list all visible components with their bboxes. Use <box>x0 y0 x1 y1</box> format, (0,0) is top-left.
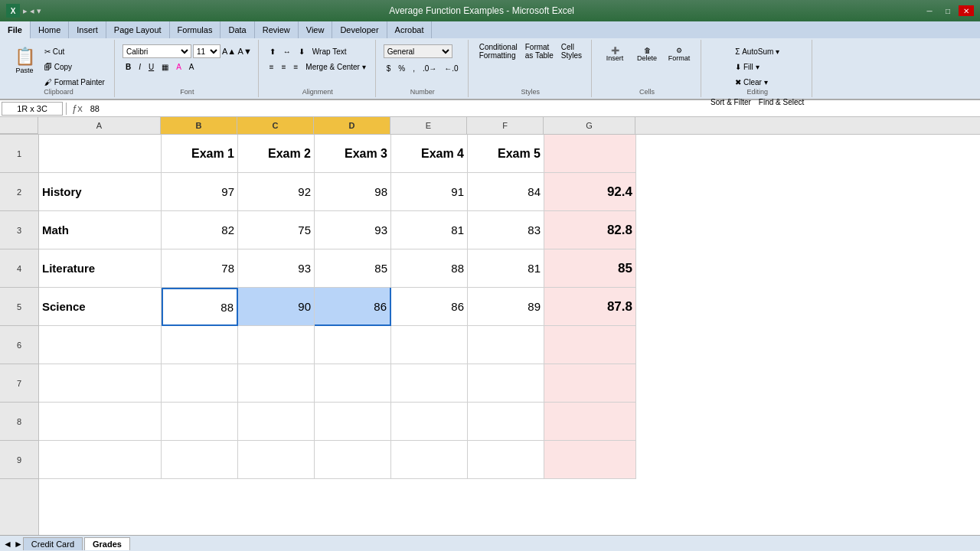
cell-g9[interactable] <box>544 441 636 479</box>
cell-e4[interactable]: 88 <box>391 249 468 288</box>
fill-color-button[interactable]: A <box>173 60 185 73</box>
cell-b7[interactable] <box>162 364 238 403</box>
cell-c9[interactable] <box>238 441 315 479</box>
tab-view[interactable]: View <box>299 21 333 38</box>
comma-button[interactable]: , <box>410 61 418 75</box>
cell-g4[interactable]: 85 <box>544 249 636 288</box>
decrease-decimal-button[interactable]: ←.0 <box>441 61 461 75</box>
cell-a9[interactable] <box>39 441 162 479</box>
format-painter-button[interactable]: 🖌 Format Painter <box>41 75 108 89</box>
cell-b4[interactable]: 78 <box>162 249 238 288</box>
cell-d9[interactable] <box>315 441 391 479</box>
tab-acrobat[interactable]: Acrobat <box>387 21 433 38</box>
insert-button[interactable]: ➕Insert <box>599 44 630 84</box>
fill-button[interactable]: ⬇ Fill ▾ <box>732 60 762 73</box>
cell-a6[interactable] <box>39 326 162 364</box>
cell-b5[interactable]: 88 <box>162 288 238 326</box>
increase-decimal-button[interactable]: .0→ <box>420 61 439 75</box>
font-size-select[interactable]: 11 <box>193 44 220 58</box>
currency-button[interactable]: $ <box>384 61 394 75</box>
col-header-c[interactable]: C <box>237 117 314 134</box>
cell-e7[interactable] <box>391 364 468 403</box>
align-center-button[interactable]: ≡ <box>279 60 289 73</box>
conditional-formatting-button[interactable]: ConditionalFormatting <box>476 44 521 58</box>
tab-home[interactable]: Home <box>31 21 69 38</box>
cell-f6[interactable] <box>468 326 544 364</box>
sheet-nav-right[interactable]: ► <box>14 539 23 549</box>
sheet-tab-credit-card[interactable]: Credit Card <box>23 537 83 550</box>
cell-b3[interactable]: 82 <box>162 211 238 249</box>
cell-f7[interactable] <box>468 364 544 403</box>
minimize-button[interactable]: ─ <box>922 5 937 16</box>
cell-f9[interactable] <box>468 441 544 479</box>
cell-c1[interactable]: Exam 2 <box>238 135 315 173</box>
cell-g3[interactable]: 82.8 <box>544 211 636 249</box>
underline-button[interactable]: U <box>145 60 157 73</box>
cell-c5[interactable]: 90 <box>238 288 315 326</box>
cell-d1[interactable]: Exam 3 <box>315 135 391 173</box>
format-as-table-button[interactable]: Formatas Table <box>522 44 557 58</box>
cell-e1[interactable]: Exam 4 <box>391 135 468 173</box>
cell-a5[interactable]: Science <box>39 288 162 326</box>
tab-review[interactable]: Review <box>255 21 299 38</box>
percent-button[interactable]: % <box>395 61 408 75</box>
cell-c7[interactable] <box>238 364 315 403</box>
cell-g7[interactable] <box>544 364 636 403</box>
maximize-button[interactable]: □ <box>940 5 956 16</box>
cell-f4[interactable]: 81 <box>468 249 544 288</box>
cell-g8[interactable] <box>544 403 636 441</box>
cell-g2[interactable]: 92.4 <box>544 173 636 211</box>
cell-f3[interactable]: 83 <box>468 211 544 249</box>
cell-e6[interactable] <box>391 326 468 364</box>
tab-insert[interactable]: Insert <box>69 21 106 38</box>
col-header-f[interactable]: F <box>467 117 544 134</box>
cell-g1[interactable] <box>544 135 636 173</box>
col-header-d[interactable]: D <box>314 117 390 134</box>
wrap-text-button[interactable]: Wrap Text <box>309 44 350 58</box>
cell-a2[interactable]: History <box>39 173 162 211</box>
cell-e2[interactable]: 91 <box>391 173 468 211</box>
cut-button[interactable]: ✂ Cut <box>41 44 108 58</box>
font-color-button[interactable]: A <box>186 60 198 73</box>
cell-d7[interactable] <box>315 364 391 403</box>
align-bottom-button[interactable]: ⬇ <box>296 44 308 58</box>
name-box[interactable] <box>2 102 63 116</box>
autosum-button[interactable]: Σ AutoSum ▾ <box>732 44 782 58</box>
cell-e3[interactable]: 81 <box>391 211 468 249</box>
cell-d2[interactable]: 98 <box>315 173 391 211</box>
align-middle-button[interactable]: ↔ <box>280 44 294 58</box>
cell-c4[interactable]: 93 <box>238 249 315 288</box>
align-right-button[interactable]: ≡ <box>291 60 302 73</box>
clear-button[interactable]: ✖ Clear ▾ <box>732 75 770 89</box>
cell-a3[interactable]: Math <box>39 211 162 249</box>
font-family-select[interactable]: Calibri <box>122 44 191 58</box>
cell-f5[interactable]: 89 <box>468 288 544 326</box>
cell-e9[interactable] <box>391 441 468 479</box>
tab-formulas[interactable]: Formulas <box>170 21 221 38</box>
cell-e5[interactable]: 86 <box>391 288 468 326</box>
cell-b1[interactable]: Exam 1 <box>162 135 238 173</box>
cell-b8[interactable] <box>162 403 238 441</box>
col-header-g[interactable]: G <box>544 117 635 134</box>
cell-a4[interactable]: Literature <box>39 249 162 288</box>
italic-button[interactable]: I <box>136 60 144 73</box>
find-select-button[interactable]: Find & Select <box>756 95 807 109</box>
formula-input[interactable] <box>87 102 978 116</box>
tab-developer[interactable]: Developer <box>332 21 387 38</box>
copy-button[interactable]: 🗐 Copy <box>41 60 108 73</box>
cell-a8[interactable] <box>39 403 162 441</box>
cell-f8[interactable] <box>468 403 544 441</box>
cell-g6[interactable] <box>544 326 636 364</box>
merge-center-button[interactable]: Merge & Center ▾ <box>302 60 368 73</box>
cell-g5[interactable]: 87.8 <box>544 288 636 326</box>
align-left-button[interactable]: ≡ <box>266 60 277 73</box>
col-header-b[interactable]: B <box>161 117 237 134</box>
cell-c2[interactable]: 92 <box>238 173 315 211</box>
cell-f1[interactable]: Exam 5 <box>468 135 544 173</box>
paste-button[interactable]: 📋 Paste <box>9 44 40 84</box>
format-button[interactable]: ⚙Format <box>664 44 694 84</box>
tab-data[interactable]: Data <box>220 21 254 38</box>
cell-b2[interactable]: 97 <box>162 173 238 211</box>
delete-button[interactable]: 🗑Delete <box>632 44 662 84</box>
cell-f2[interactable]: 84 <box>468 173 544 211</box>
